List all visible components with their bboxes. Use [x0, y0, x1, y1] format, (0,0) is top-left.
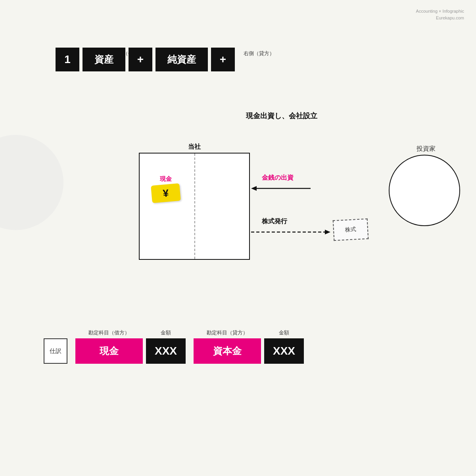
company-box: 現金 ¥ [139, 153, 250, 260]
credit-account: 資本金 [213, 345, 242, 357]
deco-circle-left [0, 135, 63, 230]
credit-col-label: 勘定科目（貸方） [207, 329, 248, 336]
company-section: 当社 現金 ¥ [139, 143, 250, 260]
pattern-plus-1: + [129, 48, 152, 71]
watermark-line2: Eurekapu.com [416, 15, 464, 21]
right-side-label: 右側（貸方） [244, 50, 274, 57]
cash-badge: ¥ [151, 183, 181, 203]
stock-arrow [251, 228, 330, 238]
money-arrow [251, 184, 311, 192]
investor-label: 投資家 [416, 145, 436, 153]
credit-account-box: 資本金 [194, 338, 261, 364]
debit-amount: XXX [155, 345, 177, 357]
pattern-plus-2: + [211, 48, 235, 71]
svg-marker-3 [325, 230, 330, 234]
money-flow-label: 金銭の出資 [262, 174, 294, 182]
debit-amount-box: XXX [146, 338, 186, 364]
scenario-title: 現金出資し、会社設立 [246, 111, 317, 121]
stock-certificate: 株式 [333, 219, 369, 241]
stock-flow-label: 株式発行 [262, 217, 287, 226]
pattern-row: 1 資産 + 純資産 + [56, 48, 235, 71]
debit-account-box: 現金 [75, 338, 143, 364]
shiwake-label: 仕訳 [50, 347, 61, 355]
watermark: Accounting × Infographic Eurekapu.com [416, 8, 464, 21]
watermark-line1: Accounting × Infographic [416, 8, 464, 15]
pattern-box-equity: 純資産 [155, 48, 208, 71]
cash-label: 現金 [152, 175, 180, 183]
stock-label: 株式 [345, 226, 357, 233]
yen-symbol: ¥ [162, 187, 169, 200]
journal-section: 仕訳 勘定科目（借方） 現金 金額 XXX 勘定科目（貸方） 資本金 金額 XX… [44, 329, 304, 364]
credit-amount: XXX [273, 345, 295, 357]
credit-amount-box: XXX [264, 338, 304, 364]
investor-circle [389, 155, 460, 226]
debit-amount-label: 金額 [161, 329, 171, 336]
pattern-number: 1 [56, 48, 79, 71]
pattern-box-assets: 資産 [83, 48, 125, 71]
company-label: 当社 [139, 143, 250, 151]
svg-marker-1 [251, 186, 257, 191]
shiwake-box: 仕訳 [44, 338, 67, 364]
debit-col-label: 勘定科目（借方） [88, 329, 130, 336]
credit-amount-label: 金額 [279, 329, 289, 336]
box-divider [194, 154, 195, 259]
cash-section: 現金 ¥ [152, 175, 180, 202]
debit-account: 現金 [100, 345, 119, 357]
